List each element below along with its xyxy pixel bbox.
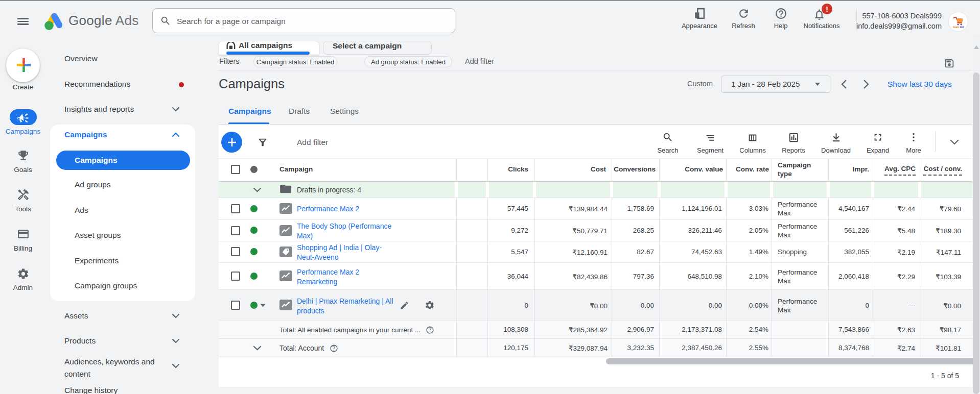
svg-text:Deals 999: Deals 999 [953, 26, 964, 29]
